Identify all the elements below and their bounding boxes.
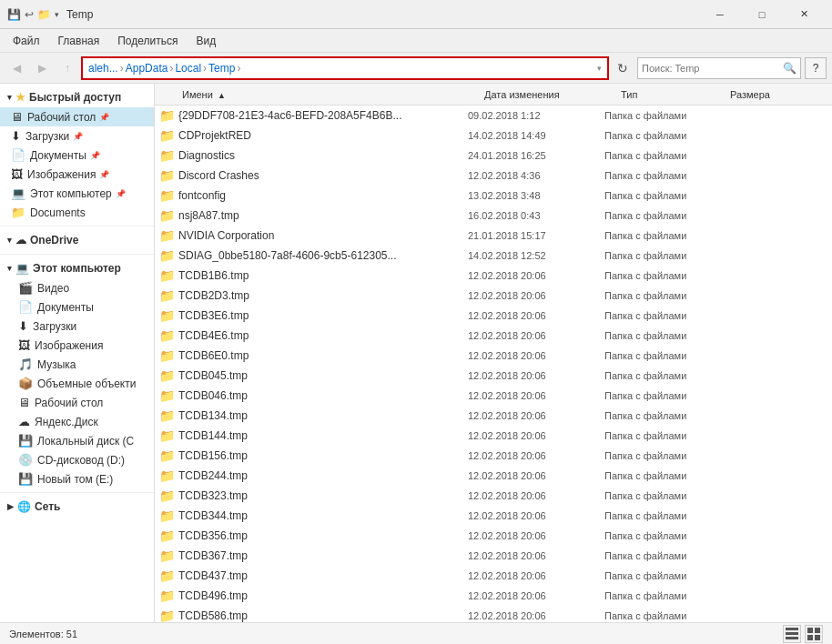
- file-type-6: Папка с файлами: [604, 230, 714, 241]
- table-row[interactable]: 📁 TCDB344.tmp 12.02.2018 20:06 Папка с ф…: [155, 506, 832, 526]
- file-name-4: fontconfig: [178, 189, 468, 202]
- table-row[interactable]: 📁 TCDB046.tmp 12.02.2018 20:06 Папка с ф…: [155, 386, 832, 406]
- breadcrumb-local[interactable]: Local: [175, 62, 201, 75]
- folder-icon-24: 📁: [158, 588, 175, 604]
- file-type-16: Папка с файлами: [604, 430, 714, 441]
- back-button[interactable]: ◀: [5, 57, 27, 79]
- col-header-type[interactable]: Тип: [621, 89, 730, 100]
- onedrive-header[interactable]: ▾ ☁ OneDrive: [0, 230, 154, 250]
- sidebar-item-cd-d[interactable]: 💿 CD-дисковод (D:): [0, 450, 154, 469]
- table-row[interactable]: 📁 TCDB6E0.tmp 12.02.2018 20:06 Папка с ф…: [155, 346, 832, 366]
- file-type-1: Папка с файлами: [604, 130, 714, 141]
- view-tiles-button[interactable]: [805, 625, 823, 643]
- sidebar-item-new-e[interactable]: 💾 Новый том (E:): [0, 469, 154, 488]
- search-icon[interactable]: 🔍: [783, 62, 796, 75]
- table-row[interactable]: 📁 fontconfig 13.02.2018 3:48 Папка с фай…: [155, 186, 832, 206]
- minimize-button[interactable]: ─: [699, 0, 741, 29]
- sidebar-item-video[interactable]: 🎬 Видео: [0, 278, 154, 297]
- table-row[interactable]: 📁 {29DDF708-21E3-4ac6-BEFD-208A5F4B6B...…: [155, 106, 832, 126]
- file-date-0: 09.02.2018 1:12: [468, 110, 604, 121]
- sidebar-item-docs-folder[interactable]: 📁 Documents: [0, 203, 154, 222]
- file-date-8: 12.02.2018 20:06: [468, 270, 604, 281]
- table-row[interactable]: 📁 nsj8A87.tmp 16.02.2018 0:43 Папка с фа…: [155, 206, 832, 226]
- sidebar-item-pc-downloads[interactable]: ⬇ Загрузки: [0, 317, 154, 336]
- breadcrumb-expand-icon[interactable]: ▾: [597, 64, 602, 73]
- table-row[interactable]: 📁 TCDB356.tmp 12.02.2018 20:06 Папка с ф…: [155, 526, 832, 546]
- sidebar-pc-documents-label: Документы: [37, 301, 94, 314]
- sidebar-item-images[interactable]: 🖼 Изображения 📌: [0, 165, 154, 184]
- table-row[interactable]: 📁 Diagnostics 24.01.2018 16:25 Папка с ф…: [155, 146, 832, 166]
- table-row[interactable]: 📁 TCDB437.tmp 12.02.2018 20:06 Папка с ф…: [155, 566, 832, 586]
- search-bar[interactable]: 🔍: [637, 57, 801, 79]
- status-item-count: Элементов: 51: [9, 629, 77, 639]
- address-bar[interactable]: aleh... › AppData › Local › Temp › ▾: [82, 57, 608, 79]
- cd-d-icon: 💿: [18, 453, 33, 467]
- sidebar-item-desktop[interactable]: 🖥 Рабочий стол 📌: [0, 107, 154, 126]
- help-button[interactable]: ?: [805, 57, 827, 79]
- sidebar-item-downloads[interactable]: ⬇ Загрузки 📌: [0, 126, 154, 146]
- table-row[interactable]: 📁 TCDB323.tmp 12.02.2018 20:06 Папка с ф…: [155, 486, 832, 506]
- sidebar-item-music[interactable]: 🎵 Музыка: [0, 355, 154, 374]
- close-button[interactable]: ✕: [783, 0, 825, 29]
- sidebar-item-yandex[interactable]: ☁ Яндекс.Диск: [0, 412, 154, 431]
- menu-file[interactable]: Файл: [4, 33, 49, 49]
- menu-home[interactable]: Главная: [49, 33, 109, 49]
- breadcrumb-root[interactable]: aleh...: [88, 62, 118, 75]
- file-type-20: Папка с файлами: [604, 510, 714, 521]
- table-row[interactable]: 📁 TCDB586.tmp 12.02.2018 20:06 Папка с ф…: [155, 606, 832, 622]
- pin-icon-documents: 📌: [90, 151, 100, 160]
- table-row[interactable]: 📁 TCDB496.tmp 12.02.2018 20:06 Папка с ф…: [155, 586, 832, 606]
- table-row[interactable]: 📁 NVIDIA Corporation 21.01.2018 15:17 Па…: [155, 226, 832, 246]
- quick-access-header[interactable]: ▾ ★ Быстрый доступ: [0, 87, 154, 107]
- breadcrumb-temp[interactable]: Temp: [208, 62, 235, 75]
- search-input[interactable]: [642, 63, 783, 74]
- file-date-11: 12.02.2018 20:06: [468, 330, 604, 341]
- col-header-name[interactable]: Имени ▲: [175, 89, 484, 100]
- table-row[interactable]: 📁 SDIAG_0bbe5180-7a8f-4606-9cb5-612305..…: [155, 246, 832, 266]
- up-button[interactable]: ↑: [56, 57, 78, 79]
- refresh-button[interactable]: ↻: [612, 57, 634, 79]
- col-header-date[interactable]: Дата изменения: [484, 89, 621, 100]
- col-header-size[interactable]: Размера: [730, 89, 803, 100]
- sidebar-3dobjects-label: Объемные объекти: [37, 377, 136, 390]
- table-row[interactable]: 📁 TCDB3E6.tmp 12.02.2018 20:06 Папка с ф…: [155, 306, 832, 326]
- table-row[interactable]: 📁 CDProjektRED 14.02.2018 14:49 Папка с …: [155, 126, 832, 146]
- file-type-18: Папка с файлами: [604, 470, 714, 481]
- table-row[interactable]: 📁 TCDB045.tmp 12.02.2018 20:06 Папка с ф…: [155, 366, 832, 386]
- file-date-24: 12.02.2018 20:06: [468, 590, 604, 601]
- forward-button[interactable]: ▶: [31, 57, 53, 79]
- sidebar-item-pc-desktop[interactable]: 🖥 Рабочий стол: [0, 393, 154, 412]
- sidebar-item-documents[interactable]: 📄 Документы 📌: [0, 146, 154, 165]
- breadcrumb-appdata[interactable]: AppData: [126, 62, 168, 75]
- network-header[interactable]: ▶ 🌐 Сеть: [0, 497, 154, 517]
- table-row[interactable]: 📁 TCDB1B6.tmp 12.02.2018 20:06 Папка с ф…: [155, 266, 832, 286]
- table-row[interactable]: 📁 TCDB156.tmp 12.02.2018 20:06 Папка с ф…: [155, 446, 832, 466]
- folder-icon-14: 📁: [158, 387, 175, 404]
- table-row[interactable]: 📁 TCDB367.tmp 12.02.2018 20:06 Папка с ф…: [155, 546, 832, 566]
- network-chevron: ▶: [7, 502, 14, 511]
- table-row[interactable]: 📁 TCDB4E6.tmp 12.02.2018 20:06 Папка с ф…: [155, 326, 832, 346]
- sidebar-item-local-c[interactable]: 💾 Локальный диск (C: [0, 431, 154, 450]
- sidebar-new-e-label: Новый том (E:): [37, 473, 113, 486]
- sidebar-item-pc-documents[interactable]: 📄 Документы: [0, 297, 154, 317]
- table-row[interactable]: 📁 TCDB144.tmp 12.02.2018 20:06 Папка с ф…: [155, 426, 832, 446]
- maximize-button[interactable]: □: [741, 0, 783, 29]
- sidebar-pc-downloads-label: Загрузки: [33, 320, 76, 333]
- thispc-header[interactable]: ▾ 💻 Этот компьютер: [0, 258, 154, 278]
- table-row[interactable]: 📁 TCDB2D3.tmp 12.02.2018 20:06 Папка с ф…: [155, 286, 832, 306]
- menu-share[interactable]: Поделиться: [108, 33, 187, 49]
- sidebar-item-pc-images[interactable]: 🖼 Изображения: [0, 336, 154, 355]
- file-name-9: TCDB2D3.tmp: [178, 289, 468, 302]
- table-row[interactable]: 📁 TCDB134.tmp 12.02.2018 20:06 Папка с ф…: [155, 406, 832, 426]
- table-row[interactable]: 📁 TCDB244.tmp 12.02.2018 20:06 Папка с ф…: [155, 466, 832, 486]
- file-date-6: 21.01.2018 15:17: [468, 230, 604, 241]
- sidebar-item-thispc-quick[interactable]: 💻 Этот компьютер 📌: [0, 184, 154, 203]
- folder-icon-12: 📁: [158, 347, 175, 364]
- file-name-6: NVIDIA Corporation: [178, 229, 468, 242]
- sidebar-item-thispc-quick-label: Этот компьютер: [30, 187, 112, 200]
- sidebar-item-3d-objects[interactable]: 📦 Объемные объекти: [0, 374, 154, 393]
- table-row[interactable]: 📁 Discord Crashes 12.02.2018 4:36 Папка …: [155, 166, 832, 186]
- menu-view[interactable]: Вид: [187, 33, 225, 49]
- sidebar-item-desktop-label: Рабочий стол: [27, 111, 96, 124]
- view-details-button[interactable]: [783, 625, 801, 643]
